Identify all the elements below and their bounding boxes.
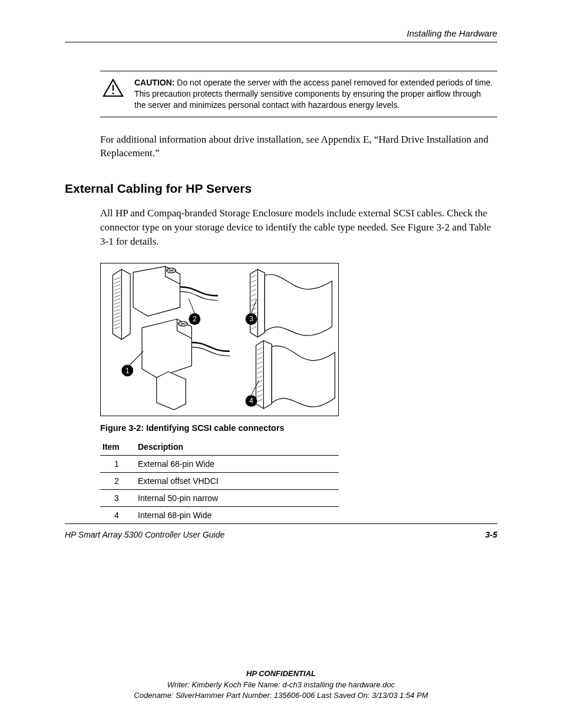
confidential-line-1: Writer: Kimberly Koch File Name: d-ch3 i… [0, 680, 562, 690]
table-row: 4 Internal 68-pin Wide [100, 506, 339, 523]
figure-callout-3: 3 [249, 315, 253, 323]
table-row: 2 External offset VHDCI [100, 472, 339, 489]
table-cell-desc: External 68-pin Wide [133, 455, 339, 472]
table-header-desc: Description [133, 439, 339, 456]
confidential-block: HP CONFIDENTIAL Writer: Kimberly Koch Fi… [0, 668, 562, 701]
connector-table: Item Description 1 External 68-pin Wide … [100, 439, 339, 524]
confidential-title: HP CONFIDENTIAL [0, 668, 562, 679]
table-cell-desc: Internal 68-pin Wide [133, 506, 339, 523]
table-row: 1 External 68-pin Wide [100, 455, 339, 472]
table-cell-item: 1 [100, 455, 133, 472]
figure-caption: Figure 3-2: Identifying SCSI cable conne… [100, 423, 497, 433]
section-heading: External Cabling for HP Servers [65, 182, 497, 196]
figure-region: 1 2 3 4 Figure 3-2: Identifying SCSI cab… [100, 263, 497, 524]
running-header: Installing the Hardware [65, 28, 497, 42]
confidential-line-2: Codename: SilverHammer Part Number: 1356… [0, 690, 562, 701]
figure-callout-2: 2 [193, 315, 197, 323]
page-footer: HP Smart Array 5300 Controller User Guid… [65, 523, 497, 539]
svg-point-1 [112, 93, 114, 94]
body-paragraph-1: For additional information about drive i… [100, 133, 497, 161]
caution-triangle-icon [100, 77, 126, 111]
table-cell-item: 4 [100, 506, 133, 523]
footer-page-number: 3-5 [485, 530, 497, 539]
table-cell-item: 3 [100, 489, 133, 506]
table-row: 3 Internal 50-pin narrow [100, 489, 339, 506]
caution-box: CAUTION: Do not operate the server with … [100, 71, 497, 117]
caution-text: CAUTION: Do not operate the server with … [134, 77, 494, 111]
caution-label: CAUTION: [134, 78, 174, 87]
figure-callout-1: 1 [125, 366, 130, 374]
caution-body: Do not operate the server with the acces… [134, 78, 493, 110]
figure-callout-4: 4 [249, 397, 253, 405]
table-header-item: Item [100, 439, 133, 456]
footer-guide-title: HP Smart Array 5300 Controller User Guid… [65, 530, 224, 539]
body-paragraph-2: All HP and Compaq-branded Storage Enclos… [100, 206, 497, 248]
svg-line-19 [127, 351, 143, 368]
table-cell-desc: Internal 50-pin narrow [133, 489, 339, 506]
table-cell-desc: External offset VHDCI [133, 472, 339, 489]
figure-image: 1 2 3 4 [100, 263, 339, 416]
table-cell-item: 2 [100, 472, 133, 489]
svg-line-48 [189, 298, 194, 313]
